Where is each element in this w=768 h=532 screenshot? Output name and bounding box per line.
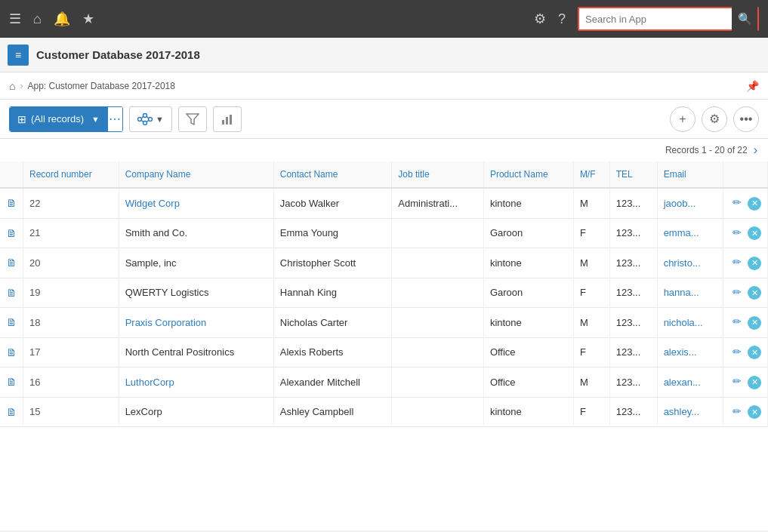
svg-point-3: [148, 117, 152, 121]
col-product-name[interactable]: Product Name: [483, 161, 573, 188]
mf-cell: F: [573, 278, 609, 308]
tel-cell: 123...: [609, 278, 657, 308]
job-title-cell: [392, 308, 484, 338]
mf-cell: M: [573, 308, 609, 338]
email-value[interactable]: christo...: [664, 257, 701, 269]
table-row: 🗎 20 Sample, inc Christopher Scott kinto…: [0, 248, 768, 278]
tel-cell: 123...: [609, 188, 657, 218]
job-title-cell: [392, 337, 484, 367]
app-title-bar: ≡ Customer Database 2017-2018: [0, 38, 768, 72]
email-value[interactable]: ashley...: [664, 406, 699, 417]
edit-button[interactable]: ✏: [729, 344, 745, 359]
filter-button[interactable]: [178, 106, 207, 132]
bell-icon[interactable]: 🔔: [54, 11, 70, 27]
company-name-cell: QWERTY Logistics: [119, 278, 273, 308]
view-dropdown-btn[interactable]: ⋯: [107, 107, 122, 131]
company-name-cell: North Central Positronics: [119, 337, 273, 367]
col-email[interactable]: Email: [657, 161, 723, 188]
col-job-title[interactable]: Job title: [392, 161, 484, 188]
company-name[interactable]: LuthorCorp: [125, 377, 174, 388]
edit-button[interactable]: ✏: [729, 404, 745, 419]
col-mf[interactable]: M/F: [573, 161, 609, 188]
record-icon: 🗎: [6, 227, 17, 239]
action-cell: ✏ ✕: [723, 337, 768, 367]
company-name[interactable]: Widget Corp: [125, 198, 180, 209]
row-icon-cell: 🗎: [0, 367, 23, 398]
action-cell: ✏ ✕: [723, 248, 768, 278]
col-record-number[interactable]: Record number: [23, 161, 119, 188]
chevron-down-icon: ▼: [91, 115, 100, 124]
edit-button[interactable]: ✏: [729, 254, 745, 269]
email-cell: nichola...: [657, 308, 723, 338]
company-name: Smith and Co.: [125, 227, 187, 238]
search-button[interactable]: 🔍: [732, 7, 757, 31]
settings-icon: ⚙: [709, 112, 720, 126]
view-selector-left[interactable]: ⊞ (All records) ▼: [10, 107, 107, 131]
email-cell: alexan...: [657, 367, 723, 398]
records-table-container: Record number Company Name Contact Name …: [0, 161, 768, 530]
add-record-button[interactable]: +: [670, 106, 696, 132]
action-cell: ✏ ✕: [723, 278, 768, 308]
delete-button[interactable]: ✕: [748, 346, 761, 359]
email-value[interactable]: alexan...: [664, 377, 701, 388]
delete-button[interactable]: ✕: [748, 286, 761, 300]
help-icon[interactable]: ?: [558, 11, 566, 27]
record-icon: 🗎: [6, 376, 17, 388]
tel-cell: 123...: [609, 337, 657, 367]
company-name: North Central Positronics: [125, 346, 235, 358]
product-name-cell: Office: [483, 337, 573, 367]
edit-button[interactable]: ✏: [729, 225, 745, 240]
search-input[interactable]: [579, 14, 732, 25]
flow-button[interactable]: ▼: [129, 106, 172, 132]
contact-name-cell: Hannah King: [273, 278, 392, 308]
edit-button[interactable]: ✏: [729, 374, 745, 389]
email-value[interactable]: hanna...: [664, 287, 699, 298]
email-value[interactable]: nichola...: [664, 317, 703, 328]
more-options-button[interactable]: •••: [733, 106, 759, 132]
svg-line-7: [147, 120, 148, 122]
pin-icon[interactable]: 📌: [746, 80, 759, 92]
home-icon[interactable]: ⌂: [33, 11, 42, 27]
edit-button[interactable]: ✏: [729, 195, 745, 210]
delete-button[interactable]: ✕: [748, 197, 761, 211]
contact-name-cell: Nicholas Carter: [273, 308, 392, 338]
next-page-button[interactable]: ›: [754, 143, 757, 157]
email-value[interactable]: emma...: [664, 227, 699, 238]
menu-icon[interactable]: ☰: [9, 11, 21, 27]
record-number-cell: 21: [23, 218, 119, 248]
email-value[interactable]: alexis...: [664, 346, 697, 358]
delete-button[interactable]: ✕: [748, 226, 761, 240]
col-contact-name[interactable]: Contact Name: [273, 161, 392, 188]
company-name-cell: Praxis Corporation: [119, 308, 273, 338]
company-name[interactable]: Praxis Corporation: [125, 317, 207, 328]
action-cell: ✏ ✕: [723, 188, 768, 218]
svg-line-4: [141, 116, 143, 118]
breadcrumb-home-icon[interactable]: ⌂: [9, 80, 15, 92]
product-name-cell: kintone: [483, 248, 573, 278]
records-info-bar: Records 1 - 20 of 22 ›: [0, 139, 768, 161]
email-value[interactable]: jaoob...: [664, 198, 696, 209]
breadcrumb-text: App: Customer Database 2017-2018: [27, 81, 174, 91]
tel-cell: 123...: [609, 397, 657, 427]
delete-button[interactable]: ✕: [748, 257, 761, 270]
col-company-name[interactable]: Company Name: [119, 161, 273, 188]
email-cell: jaoob...: [657, 188, 723, 218]
gear-icon[interactable]: ⚙: [534, 11, 546, 27]
row-icon-cell: 🗎: [0, 397, 23, 427]
delete-button[interactable]: ✕: [748, 316, 761, 330]
delete-button[interactable]: ✕: [748, 376, 761, 389]
settings-button[interactable]: ⚙: [702, 106, 727, 132]
action-cell: ✏ ✕: [723, 367, 768, 398]
tel-cell: 123...: [609, 308, 657, 338]
table-row: 🗎 15 LexCorp Ashley Campbell kintone F 1…: [0, 397, 768, 427]
edit-button[interactable]: ✏: [729, 314, 745, 329]
mf-cell: M: [573, 188, 609, 218]
job-title-cell: Administrati...: [392, 188, 484, 218]
record-number-cell: 18: [23, 308, 119, 338]
record-icon: 🗎: [6, 257, 17, 269]
delete-button[interactable]: ✕: [748, 405, 761, 419]
edit-button[interactable]: ✏: [729, 284, 745, 300]
graph-button[interactable]: [213, 106, 242, 132]
star-icon[interactable]: ★: [82, 11, 94, 27]
col-tel[interactable]: TEL: [609, 161, 657, 188]
